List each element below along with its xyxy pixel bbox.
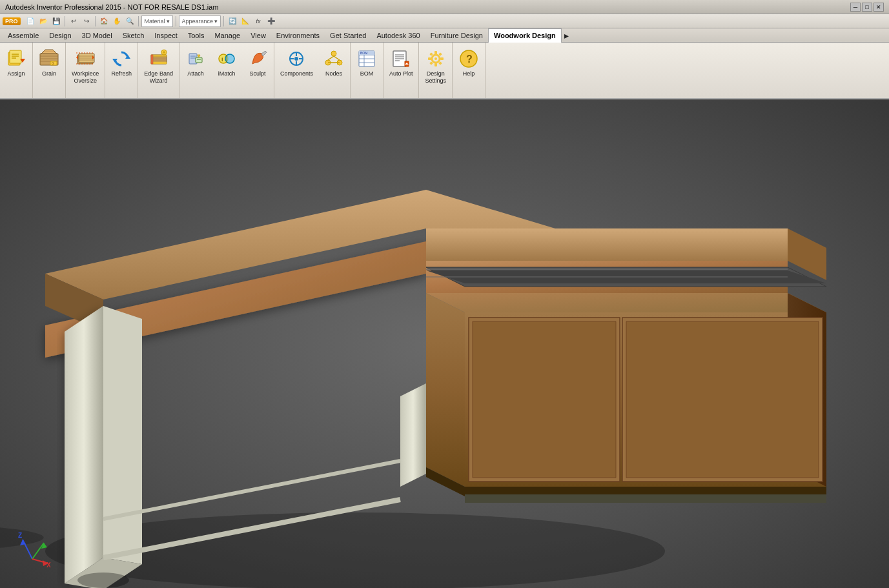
edgeband-icon xyxy=(148,48,169,69)
edgeband-button[interactable]: Edge Band Wizard xyxy=(139,45,178,86)
ribbon-group-components: Components Nodes xyxy=(274,43,351,98)
ribbon-group-components-items: Components Nodes xyxy=(276,45,349,97)
menu-extra[interactable]: ▸ xyxy=(562,28,571,43)
toolbar-separator-3 xyxy=(138,16,139,26)
refresh-button[interactable]: Refresh xyxy=(107,45,136,86)
components-icon xyxy=(286,48,307,69)
minimize-button[interactable]: ─ xyxy=(850,3,861,12)
ribbon-group-edgeband-items: Edge Band Wizard xyxy=(139,45,178,97)
svg-marker-109 xyxy=(400,383,426,487)
menu-design[interactable]: Design xyxy=(44,28,76,43)
help-icon: ? xyxy=(458,48,479,69)
svg-marker-96 xyxy=(473,321,616,478)
menu-tools[interactable]: Tools xyxy=(183,28,210,43)
sculpt-button[interactable]: Sculpt xyxy=(243,45,272,86)
autoplot-label: Auto Plot xyxy=(389,70,413,77)
ribbon-group-design-settings-items: Design Settings xyxy=(420,45,451,97)
svg-marker-92 xyxy=(426,293,465,487)
components-label: Components xyxy=(280,70,313,77)
save-button[interactable]: 💾 xyxy=(50,15,62,27)
nodes-label: Nodes xyxy=(325,70,342,77)
ribbon-group-autoplot-items: Auto Plot xyxy=(385,45,418,97)
add-button[interactable]: ➕ xyxy=(265,15,277,27)
ribbon-group-grain-items: G Grain xyxy=(34,45,64,97)
svg-marker-40 xyxy=(198,55,200,57)
ribbon-group-workpiece-items: Workpiece Oversize xyxy=(67,45,103,97)
open-button[interactable]: 📂 xyxy=(37,15,49,27)
assign-label: Assign xyxy=(7,70,25,77)
zoom-button[interactable]: 🔍 xyxy=(124,15,136,27)
svg-text:G: G xyxy=(52,61,54,65)
home-button[interactable]: 🏠 xyxy=(98,15,110,27)
bom-button[interactable]: BOM BOM xyxy=(352,45,382,86)
autoplot-icon xyxy=(391,48,411,69)
svg-text:X: X xyxy=(46,562,51,569)
ribbon-group-refresh-items: Refresh xyxy=(107,45,136,97)
quick-access-toolbar: PRO 📄 📂 💾 ↩ ↪ 🏠 ✋ 🔍 Material ▾ Appearanc… xyxy=(0,14,889,28)
design-settings-label: Design Settings xyxy=(425,70,446,85)
title-bar: Autodesk Inventor Professional 2015 - NO… xyxy=(0,0,889,14)
menu-environments[interactable]: Environments xyxy=(271,28,325,43)
assign-button[interactable]: Assign xyxy=(1,45,31,86)
menu-bar: Assemble Design 3D Model Sketch Inspect … xyxy=(0,28,889,43)
svg-point-112 xyxy=(77,573,129,588)
grain-button[interactable]: G Grain xyxy=(34,45,64,86)
attach-button[interactable]: Attach xyxy=(181,45,210,86)
assign-icon xyxy=(6,48,26,69)
imatch-label: iMatch xyxy=(218,70,236,77)
menu-sketch[interactable]: Sketch xyxy=(118,28,150,43)
appearance-dropdown[interactable]: Appearance ▾ xyxy=(179,15,221,27)
ribbon-group-attach-items: Attach i iMatch xyxy=(181,45,272,97)
menu-woodwork-design[interactable]: Woodwork Design xyxy=(488,28,562,43)
menu-view[interactable]: View xyxy=(245,28,271,43)
workpiece-icon xyxy=(75,48,96,69)
ribbon-group-assign-items: Assign xyxy=(1,45,31,97)
menu-furniture-design[interactable]: Furniture Design xyxy=(425,28,488,43)
close-button[interactable]: ✕ xyxy=(874,3,884,12)
workpiece-button[interactable]: Workpiece Oversize xyxy=(67,45,103,86)
toolbar-separator-1 xyxy=(65,16,65,26)
help-button[interactable]: ? Help xyxy=(454,45,484,86)
svg-text:Z: Z xyxy=(18,532,22,539)
svg-marker-88 xyxy=(426,228,788,261)
axis-indicator: Z X xyxy=(13,530,52,569)
ribbon-group-grain: G Grain xyxy=(33,43,66,98)
design-settings-button[interactable]: Design Settings xyxy=(420,45,451,86)
components-button[interactable]: Components xyxy=(276,45,318,86)
ribbon-group-edgeband: Edge Band Wizard xyxy=(138,43,179,98)
menu-assemble[interactable]: Assemble xyxy=(3,28,44,43)
ribbon-group-bom: BOM BOM xyxy=(351,43,383,98)
menu-inspect[interactable]: Inspect xyxy=(149,28,182,43)
ribbon-group-help-items: ? Help xyxy=(454,45,484,97)
ribbon-group-assign: Assign xyxy=(0,43,33,98)
imatch-button[interactable]: i iMatch xyxy=(212,45,241,86)
menu-3dmodel[interactable]: 3D Model xyxy=(77,28,118,43)
grain-icon: G xyxy=(39,48,59,69)
ribbon-group-attach: Attach i iMatch xyxy=(179,43,274,98)
redo-button[interactable]: ↪ xyxy=(81,15,92,27)
svg-marker-106 xyxy=(65,306,103,583)
toolbar-separator-2 xyxy=(95,16,96,26)
ribbon-group-workpiece: Workpiece Oversize xyxy=(66,43,105,98)
pro-badge: PRO xyxy=(3,17,21,25)
orbit-button[interactable]: 🔄 xyxy=(227,15,238,27)
menu-getstarted[interactable]: Get Started xyxy=(325,28,371,43)
svg-rect-27 xyxy=(151,62,167,64)
svg-text:?: ? xyxy=(466,54,473,65)
measure-button[interactable]: 📐 xyxy=(240,15,251,27)
material-dropdown[interactable]: Material ▾ xyxy=(141,15,173,27)
maximize-button[interactable]: □ xyxy=(862,3,872,12)
autoplot-button[interactable]: Auto Plot xyxy=(385,45,418,86)
viewport[interactable]: Z X xyxy=(0,99,889,588)
menu-manage[interactable]: Manage xyxy=(209,28,245,43)
svg-rect-38 xyxy=(196,57,202,63)
pan-button[interactable]: ✋ xyxy=(111,15,123,27)
refresh-icon xyxy=(111,48,132,69)
new-button[interactable]: 📄 xyxy=(25,15,36,27)
menu-autodesk360[interactable]: Autodesk 360 xyxy=(371,28,425,43)
bom-label: BOM xyxy=(360,70,374,77)
svg-marker-105 xyxy=(465,494,826,503)
fx-button[interactable]: fx xyxy=(252,15,264,27)
undo-button[interactable]: ↩ xyxy=(68,15,79,27)
nodes-button[interactable]: Nodes xyxy=(319,45,349,86)
